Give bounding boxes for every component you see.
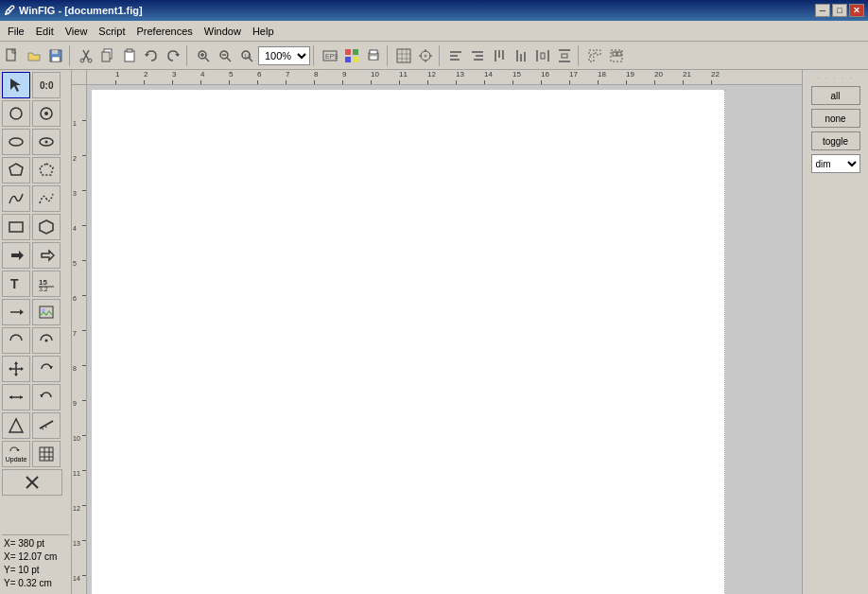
tool-row-1: 0:0 — [2, 72, 69, 98]
zoom-out-button[interactable] — [215, 45, 235, 66]
svg-rect-106 — [40, 447, 53, 461]
spline-tool[interactable] — [2, 185, 30, 212]
text-size-tool[interactable]: 153.2 — [32, 271, 61, 297]
group-button[interactable] — [606, 45, 627, 66]
scale-tool[interactable] — [2, 384, 30, 411]
polygon-fill-tool[interactable] — [32, 157, 61, 183]
update-tool[interactable]: Update — [2, 441, 30, 467]
v-ruler-mark-12: 12 — [73, 505, 80, 512]
none-button[interactable]: none — [811, 109, 860, 128]
new-button[interactable] — [2, 45, 23, 66]
zoom-fit-button[interactable]: 1:1 — [236, 45, 257, 66]
svg-marker-93 — [14, 374, 18, 376]
polygon-tool[interactable] — [2, 157, 30, 183]
snap-button[interactable] — [415, 45, 436, 66]
arrow-right-tool[interactable] — [2, 242, 30, 269]
menu-preferences[interactable]: Preferences — [130, 22, 198, 41]
spline-closed-tool[interactable] — [32, 185, 61, 212]
canvas-scroll[interactable] — [87, 85, 802, 594]
all-button[interactable]: all — [811, 86, 860, 105]
coords-tool[interactable]: 0:0 — [32, 72, 61, 98]
open-button[interactable] — [24, 45, 44, 66]
align-bottom-button[interactable] — [511, 45, 531, 66]
v-ruler-mark-5: 5 — [73, 260, 77, 267]
svg-marker-86 — [20, 309, 24, 315]
image-tool[interactable] — [32, 299, 61, 325]
ruler-tool[interactable] — [32, 412, 61, 439]
paste-button[interactable] — [119, 45, 140, 66]
print-button[interactable] — [363, 45, 384, 66]
distribute-v-button[interactable] — [554, 45, 575, 66]
save-button[interactable] — [45, 45, 66, 66]
hexagon-tool[interactable] — [32, 214, 61, 240]
ruler-top: 12345678910111213141516171819202122 — [72, 70, 802, 85]
redo-button[interactable] — [163, 45, 183, 66]
rotate2-tool[interactable] — [32, 384, 61, 411]
rotate-tool[interactable] — [32, 356, 61, 382]
menu-window[interactable]: Window — [199, 22, 247, 41]
v-ruler-mark-6: 6 — [73, 295, 77, 302]
menu-help[interactable]: Help — [247, 22, 280, 41]
window-title: WinFIG - [document1.fig] — [19, 5, 143, 16]
line-arrow-tool[interactable] — [2, 299, 30, 325]
ruler-mark-1: 1 — [115, 70, 119, 79]
ungroup-button[interactable] — [584, 45, 605, 66]
menu-view[interactable]: View — [60, 22, 94, 41]
open-circle-tool[interactable] — [2, 327, 30, 354]
ruler-mark-9: 9 — [342, 70, 346, 79]
arrow-filled-tool[interactable] — [32, 242, 61, 269]
align-top-button[interactable] — [489, 45, 510, 66]
y-cm-status: Y= 0.32 cm — [4, 577, 67, 590]
menu-script[interactable]: Script — [93, 22, 130, 41]
zoom-select[interactable]: 100% 25% 50% 75% 150% 200% — [258, 46, 310, 65]
ruler-mark-10: 10 — [371, 70, 379, 79]
color-button[interactable] — [341, 45, 362, 66]
cut-button[interactable] — [76, 45, 96, 66]
ellipse-fill-tool[interactable] — [32, 129, 61, 155]
table-tool[interactable] — [32, 441, 61, 467]
dim-select[interactable]: dim 1 2 3 — [811, 154, 860, 173]
svg-point-74 — [45, 141, 48, 144]
close-button[interactable]: ✕ — [849, 4, 864, 17]
sep2 — [186, 45, 190, 66]
ruler-mark-20: 20 — [654, 70, 663, 79]
sep5 — [439, 45, 443, 66]
svg-text:0:0: 0:0 — [40, 80, 54, 91]
toggle-button[interactable]: toggle — [811, 131, 860, 150]
svg-rect-10 — [102, 52, 110, 61]
tool-row-6 — [2, 214, 69, 240]
align-left-button[interactable] — [445, 45, 466, 66]
ruler-mark-8: 8 — [314, 70, 318, 79]
undo-button[interactable] — [141, 45, 162, 66]
status-area: X= 380 pt X= 12.07 cm Y= 10 pt Y= 0.32 c… — [2, 534, 69, 592]
tool-row-8: T 153.2 — [2, 271, 69, 297]
circle-tool[interactable] — [2, 100, 30, 127]
pointer-tool[interactable] — [2, 72, 30, 98]
drawing-canvas[interactable] — [92, 90, 725, 594]
maximize-button[interactable]: □ — [832, 4, 847, 17]
text-tool[interactable]: T — [2, 271, 30, 297]
rect-tool[interactable] — [2, 214, 30, 240]
tool-row-12 — [2, 384, 69, 411]
triangle-tool[interactable] — [2, 412, 30, 439]
align-right-button[interactable] — [467, 45, 488, 66]
ellipse-tool[interactable] — [2, 129, 30, 155]
zoom-in-button[interactable] — [193, 45, 214, 66]
open-circle-fill-tool[interactable] — [32, 327, 61, 354]
distribute-h-button[interactable] — [532, 45, 553, 66]
move-tool[interactable] — [2, 356, 30, 382]
svg-point-89 — [45, 340, 48, 342]
export-button[interactable]: EPS — [320, 45, 340, 66]
left-toolbar: 0:0 — [0, 70, 72, 594]
minimize-button[interactable]: ─ — [815, 4, 830, 17]
svg-line-16 — [205, 58, 209, 61]
copy-button[interactable] — [97, 45, 118, 66]
titlebar: 🖊 WinFIG - [document1.fig] ─ □ ✕ — [0, 0, 868, 21]
menu-edit[interactable]: Edit — [30, 22, 60, 41]
svg-marker-101 — [9, 419, 23, 432]
ruler-mark-17: 17 — [569, 70, 578, 79]
circle-fill-tool[interactable] — [32, 100, 61, 127]
grid-button[interactable] — [393, 45, 414, 66]
menu-file[interactable]: File — [2, 22, 30, 41]
delete-tool[interactable] — [2, 469, 62, 496]
